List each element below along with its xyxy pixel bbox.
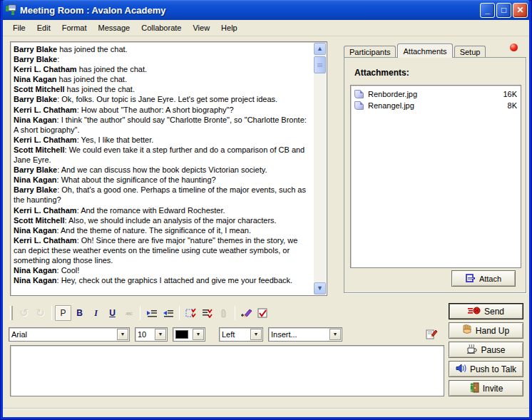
tab-participants[interactable]: Participants [344,46,396,58]
chat-scrollbar[interactable]: ▲ ▼ [314,43,326,294]
paragraph-style-button[interactable]: P [55,305,71,321]
font-size-select[interactable]: 10 ▼ [135,327,168,342]
attachments-list[interactable]: Renborder.jpg16KRenangel.jpg8K [350,85,521,268]
chat-message: Nina Kagan: I think "the author" should … [14,115,312,135]
coffee-cup-icon [466,344,477,356]
hand-up-button[interactable]: Hand Up [449,322,523,339]
indent-increase-icon[interactable] [143,305,160,321]
chat-message: Barry Blake: [14,54,312,64]
send-icon [468,307,481,317]
chevron-down-icon[interactable]: ▼ [250,329,262,340]
chevron-down-icon[interactable]: ▼ [329,329,341,340]
chevron-down-icon[interactable]: ▼ [117,329,128,340]
indent-decrease-icon[interactable] [160,305,176,321]
hand-icon [463,324,472,337]
menu-view[interactable]: View [187,21,215,34]
attach-icon [466,274,476,284]
attachment-size: 16K [503,90,517,98]
tab-strip: Participants Attachments Setup [344,44,487,58]
toolbar-separator [179,306,180,320]
invite-door-icon [469,382,479,395]
title-bar: Meeting Room : Avalon Academy _ □ ✕ [0,0,532,20]
chat-message: Scott Mitchell has joined the chat. [14,84,312,94]
attach-button[interactable]: Attach [451,270,516,287]
chevron-down-icon[interactable]: ▼ [193,329,204,340]
list-check-icon[interactable] [199,305,215,321]
alignment-value: Left [220,330,250,339]
spell-check-icon[interactable] [255,305,271,321]
chat-message: Nina Kagan: What about the significance … [14,175,312,185]
send-button-label: Send [484,307,504,317]
record-indicator-icon [510,43,518,51]
font-size-icon: ᴀʙᴄ [121,305,137,321]
status-bar [3,409,529,417]
attachment-file-icon [354,90,364,98]
tab-setup[interactable]: Setup [454,46,486,58]
meeting-room-window: Meeting Room : Avalon Academy _ □ ✕ File… [0,0,532,420]
scroll-up-icon[interactable]: ▲ [314,43,326,55]
scrollbar-thumb[interactable] [314,56,326,73]
meeting-room-icon [4,4,16,16]
underline-button[interactable]: U [104,305,121,321]
chat-message: Nina Kagan: Hey, check out the graphics … [14,275,312,285]
format-toolbar: ↺ ↻ P B I U ᴀʙᴄ [9,302,445,324]
chat-message: Nina Kagan has joined the chat. [14,74,312,84]
chat-message: Kerri L. Chatham: How about "The author:… [14,105,312,115]
menu-edit[interactable]: Edit [31,21,56,34]
add-annotation-icon[interactable] [238,305,255,321]
color-swatch [175,330,188,339]
send-button[interactable]: Send [449,303,523,319]
alignment-select[interactable]: Left ▼ [219,327,263,342]
push-to-talk-button[interactable]: Push to Talk [449,361,523,377]
chat-message: Kerri L. Chatham: Oh! Since there are fi… [14,235,312,265]
chevron-down-icon[interactable]: ▼ [155,329,166,340]
bold-button[interactable]: B [71,305,88,321]
italic-button[interactable]: I [88,305,104,321]
pause-button[interactable]: Pause [449,342,523,358]
chat-message: Barry Blake: And we can discuss how the … [14,165,312,175]
menu-help[interactable]: Help [215,21,243,34]
chat-transcript: Barry Blake has joined the chat.Barry Bl… [14,44,312,293]
tab-attachments[interactable]: Attachments [397,43,452,58]
insert-select[interactable]: Insert... ▼ [268,327,342,342]
scroll-down-icon[interactable]: ▼ [314,282,326,294]
attachment-row[interactable]: Renborder.jpg16K [354,88,517,100]
close-button[interactable]: ✕ [513,3,528,18]
compose-toolbar: Arial ▼ 10 ▼ ▼ Left ▼ Insert... ▼ [9,325,445,344]
maximize-button[interactable]: □ [496,3,511,18]
chat-message: Kerri L. Chatham: Yes, I like that bette… [14,135,312,145]
toolbar-separator [140,306,140,320]
toolbar-separator [51,306,52,320]
chat-message: Barry Blake: Ok, folks. Our topic is Jan… [14,94,312,104]
font-family-value: Arial [9,330,116,339]
font-size-value: 10 [135,330,154,339]
edit-note-icon[interactable] [426,329,438,341]
window-title: Meeting Room : Avalon Academy [20,5,480,16]
undo-icon: ↺ [16,305,32,321]
invite-button-label: Invite [483,384,503,394]
chat-message: Nina Kagan: Cool! [14,265,312,275]
chat-message: Barry Blake: Oh, that's a good one. Perh… [14,185,312,205]
menu-format[interactable]: Format [56,21,93,34]
attachments-label: Attachments: [354,68,409,78]
menu-collaborate[interactable]: Collaborate [135,21,187,34]
menu-file[interactable]: File [7,21,31,34]
push-to-talk-button-label: Push to Talk [470,364,516,374]
hand-up-button-label: Hand Up [476,326,509,336]
chat-transcript-panel: Barry Blake has joined the chat.Barry Bl… [10,41,327,296]
pointer-tool-icon [215,305,232,321]
message-input[interactable] [10,345,444,396]
speaker-icon [456,364,466,375]
attachment-row[interactable]: Renangel.jpg8K [354,100,517,111]
attachment-file-icon [354,101,364,110]
font-family-select[interactable]: Arial ▼ [9,327,130,342]
select-check-icon[interactable] [183,305,199,321]
invite-button[interactable]: Invite [449,380,523,396]
minimize-button[interactable]: _ [480,3,495,18]
menu-message[interactable]: Message [93,21,136,34]
font-color-select[interactable]: ▼ [173,327,205,342]
attach-button-label: Attach [479,275,501,283]
toolbar-grip[interactable] [10,306,13,320]
attachment-name: Renangel.jpg [368,101,414,110]
chat-message: Kerri L. Chatham: And the romance with E… [14,205,312,215]
